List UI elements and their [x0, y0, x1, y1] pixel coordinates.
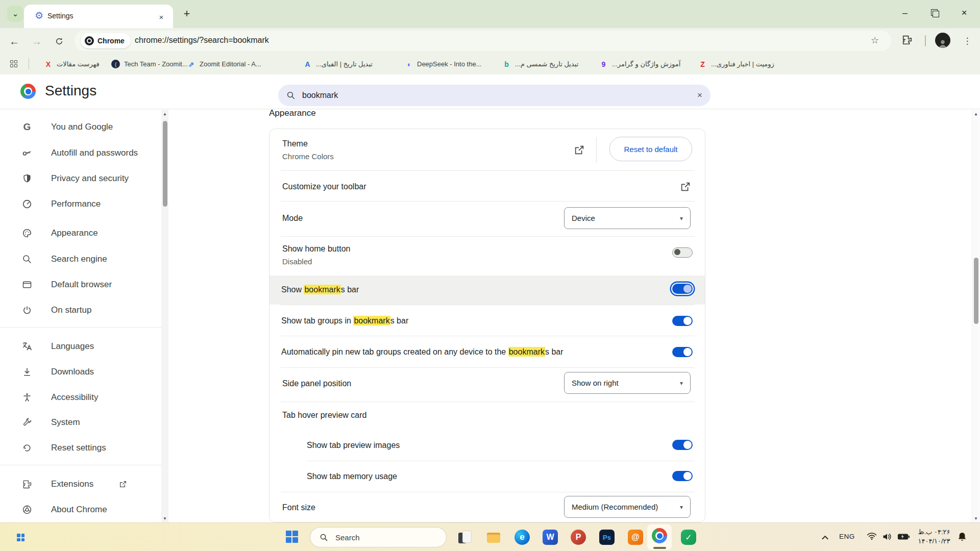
- bookmark-item[interactable]: 9آموزش واژگان و گرامر...: [599, 58, 680, 70]
- window-minimize-button[interactable]: –: [896, 5, 914, 20]
- sidebar-item-privacy[interactable]: Privacy and security: [0, 166, 161, 191]
- sidebar-item-on-startup[interactable]: On startup: [0, 297, 161, 323]
- sidebar-item-you-and-google[interactable]: G You and Google: [0, 114, 161, 140]
- battery-icon[interactable]: [897, 533, 910, 540]
- windows-logo-icon[interactable]: [17, 534, 24, 541]
- file-explorer-button[interactable]: [486, 530, 501, 545]
- sidebar-item-accessibility[interactable]: Accessibility: [0, 385, 161, 410]
- show-tab-groups-toggle[interactable]: [672, 316, 693, 326]
- tray-date: ۱۴۰۴/۱۰/۲۳: [914, 537, 954, 546]
- bookmark-item[interactable]: ◖DeepSeek - Into the...: [404, 58, 481, 70]
- key-icon: [21, 147, 33, 159]
- chrome-outline-icon: [21, 504, 33, 515]
- photoshop-button[interactable]: Ps: [599, 530, 615, 545]
- customize-toolbar-label[interactable]: Customize your toolbar: [282, 182, 366, 191]
- chrome-site-chip[interactable]: Chrome: [81, 33, 131, 48]
- show-tab-preview-images-toggle[interactable]: [672, 440, 693, 450]
- chevron-down-icon: ▾: [680, 215, 683, 222]
- sidebar-scrollbar[interactable]: ▲ ▼: [161, 110, 168, 522]
- orange-app-button[interactable]: @: [628, 530, 643, 545]
- tab-close-button[interactable]: ×: [156, 11, 167, 22]
- chrome-logo-icon: [20, 84, 36, 99]
- sidebar-item-appearance[interactable]: Appearance: [0, 220, 161, 246]
- wifi-icon[interactable]: [867, 532, 877, 540]
- task-view-button[interactable]: [457, 530, 473, 545]
- vertical-divider: [596, 137, 597, 163]
- sidebar-item-reset-settings[interactable]: Reset settings: [0, 435, 161, 461]
- chrome-button[interactable]: [652, 528, 667, 543]
- auto-pin-tab-groups-toggle[interactable]: [672, 347, 693, 357]
- sidebar-item-extensions[interactable]: Extensions: [0, 471, 161, 497]
- scroll-down-arrow[interactable]: ▼: [972, 514, 979, 522]
- start-button[interactable]: [286, 531, 298, 543]
- powerpoint-button[interactable]: P: [571, 530, 586, 545]
- sidebar-item-default-browser[interactable]: Default browser: [0, 272, 161, 297]
- scrollbar-thumb[interactable]: [974, 258, 978, 324]
- show-home-button-toggle[interactable]: [672, 247, 693, 258]
- page-scrollbar[interactable]: ▲ ▼: [972, 110, 979, 522]
- sidebar-item-performance[interactable]: Performance: [0, 191, 161, 217]
- tab-title: Settings: [47, 12, 74, 20]
- translate-icon: [21, 341, 33, 352]
- search-input-value[interactable]: bookmark: [302, 91, 697, 100]
- scrollbar-thumb[interactable]: [163, 121, 167, 207]
- language-indicator[interactable]: ENG: [839, 533, 855, 540]
- clear-search-icon[interactable]: ×: [697, 90, 702, 101]
- sidebar-item-about-chrome[interactable]: About Chrome: [0, 497, 161, 522]
- show-tab-memory-usage-toggle[interactable]: [672, 471, 693, 481]
- bookmark-item[interactable]: bتبدیل تاریخ شمسی م...: [502, 58, 578, 70]
- bookmark-item[interactable]: ⇗Zoomit Editorial - A...: [187, 58, 261, 70]
- sidebar-item-search-engine[interactable]: Search engine: [0, 246, 161, 272]
- url-text[interactable]: chrome://settings/?search=bookmark: [135, 36, 269, 45]
- forward-button[interactable]: →: [29, 33, 45, 49]
- extensions-puzzle-icon[interactable]: [901, 34, 913, 45]
- green-check-app-button[interactable]: ✓: [681, 530, 696, 545]
- tray-chevron-up-icon[interactable]: [819, 531, 831, 543]
- bookmark-item[interactable]: Aتبدیل تاریخ | الفبای...: [303, 58, 373, 70]
- sidebar-divider: [0, 465, 168, 465]
- clock[interactable]: ۰۴:۲۶ ب.ظ ۱۴۰۴/۱۰/۲۳: [914, 528, 954, 546]
- show-tab-preview-images-label: Show tab preview images: [307, 441, 400, 450]
- profile-avatar[interactable]: [935, 33, 950, 48]
- sidebar-item-autofill[interactable]: Autofill and passwords: [0, 140, 161, 166]
- browser-window-icon: [21, 279, 33, 290]
- reset-to-default-button[interactable]: Reset to default: [609, 137, 692, 161]
- bookmark-item[interactable]: (Tech Team - Zoomit...: [111, 58, 188, 70]
- taskbar-search[interactable]: Search: [310, 527, 447, 547]
- external-link-icon[interactable]: [680, 181, 691, 192]
- edge-browser-button[interactable]: e: [514, 530, 530, 545]
- mode-select[interactable]: Device ▾: [564, 207, 691, 229]
- active-tab[interactable]: ⚙ Settings ×: [24, 5, 173, 28]
- sidebar-item-downloads[interactable]: Downloads: [0, 359, 161, 385]
- bookmark-item[interactable]: Xفهرست مقالات: [44, 58, 100, 70]
- font-size-select[interactable]: Medium (Recommended) ▾: [564, 496, 691, 518]
- speaker-icon[interactable]: [882, 532, 892, 541]
- window-restore-button[interactable]: [926, 5, 943, 20]
- bahesab-icon: b: [502, 60, 511, 68]
- external-link-icon[interactable]: [574, 144, 585, 156]
- address-bar[interactable]: Chrome chrome://settings/?search=bookmar…: [75, 31, 891, 51]
- accessibility-person-icon: [21, 392, 33, 403]
- bookmark-item[interactable]: Zزومیت | اخبار فناوری...: [698, 58, 774, 70]
- scroll-up-arrow[interactable]: ▲: [161, 110, 168, 118]
- side-panel-position-select[interactable]: Show on right ▾: [564, 372, 691, 394]
- back-button[interactable]: ←: [6, 33, 22, 49]
- scroll-down-arrow[interactable]: ▼: [161, 514, 168, 522]
- browser-toolbar: ← → Chrome chrome://settings/?search=boo…: [0, 28, 980, 54]
- browser-menu-kebab-icon[interactable]: ⋮: [960, 33, 975, 48]
- show-bookmarks-bar-toggle[interactable]: [672, 284, 693, 294]
- new-tab-button[interactable]: +: [180, 7, 194, 21]
- word-button[interactable]: W: [543, 530, 558, 545]
- sidebar-item-system[interactable]: System: [0, 410, 161, 435]
- chrome-logo-mono-icon: [85, 36, 94, 45]
- notification-bell-icon[interactable]: [958, 532, 967, 542]
- chevron-down-icon: ⌄: [12, 9, 19, 18]
- reload-button[interactable]: [51, 33, 67, 49]
- tab-search-button[interactable]: ⌄: [7, 6, 23, 22]
- scroll-up-arrow[interactable]: ▲: [972, 110, 979, 118]
- settings-search-box[interactable]: bookmark ×: [278, 85, 710, 106]
- window-close-button[interactable]: ×: [955, 5, 973, 20]
- apps-grid-icon[interactable]: [10, 60, 17, 67]
- bookmark-star-icon[interactable]: ☆: [871, 35, 879, 46]
- sidebar-item-languages[interactable]: Languages: [0, 334, 161, 359]
